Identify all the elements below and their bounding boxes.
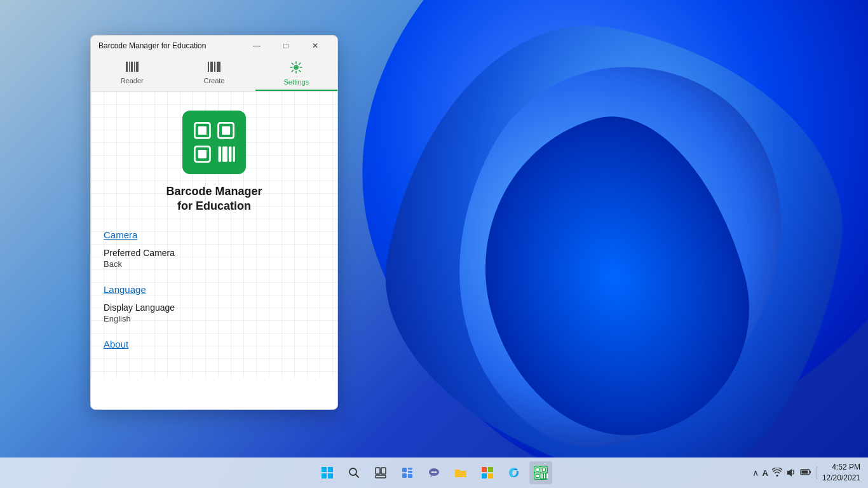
create-icon — [207, 61, 221, 76]
svg-rect-52 — [546, 473, 548, 478]
svg-point-37 — [433, 471, 435, 473]
svg-rect-54 — [801, 471, 808, 474]
settings-content: Barcode Manager for Education Camera Pre… — [91, 92, 337, 409]
svg-rect-30 — [402, 468, 407, 472]
svg-rect-14 — [222, 126, 230, 135]
battery-icon[interactable] — [800, 468, 811, 478]
title-bar: Barcode Manager for Education — □ ✕ — [91, 36, 337, 56]
svg-rect-55 — [810, 471, 811, 473]
svg-rect-42 — [488, 473, 493, 478]
svg-rect-43 — [534, 466, 548, 480]
svg-rect-22 — [328, 467, 333, 472]
tab-settings-label: Settings — [283, 78, 309, 86]
svg-rect-40 — [488, 467, 493, 472]
svg-rect-21 — [322, 467, 327, 472]
svg-rect-27 — [376, 468, 380, 474]
app-title: Barcode Manager for Education — [166, 184, 262, 214]
tab-bar: Reader Create Sett — [91, 56, 337, 92]
svg-rect-47 — [543, 468, 545, 471]
language-section: Language Display Language English — [104, 284, 325, 323]
svg-rect-51 — [544, 473, 545, 478]
svg-rect-6 — [210, 62, 213, 72]
wifi-icon[interactable] — [772, 468, 782, 478]
svg-rect-49 — [536, 475, 539, 477]
tab-create[interactable]: Create — [173, 56, 255, 91]
clock-time: 4:52 PM — [822, 462, 860, 473]
tab-reader-label: Reader — [121, 77, 144, 85]
svg-rect-45 — [536, 468, 539, 471]
taskbar: ∧ A — [0, 458, 868, 488]
svg-rect-31 — [408, 468, 412, 470]
svg-rect-23 — [322, 473, 327, 478]
svg-rect-8 — [217, 62, 220, 72]
edge-button[interactable] — [503, 461, 526, 484]
svg-rect-5 — [208, 62, 209, 72]
settings-inner: Barcode Manager for Education Camera Pre… — [91, 92, 337, 377]
camera-header[interactable]: Camera — [104, 229, 325, 240]
taskbar-center-icons — [316, 461, 552, 484]
close-button[interactable]: ✕ — [301, 36, 330, 56]
window-controls: — □ ✕ — [242, 36, 330, 56]
about-section: About — [104, 339, 325, 349]
svg-rect-4 — [136, 62, 139, 72]
svg-rect-12 — [198, 126, 207, 135]
svg-rect-50 — [541, 473, 543, 478]
start-button[interactable] — [316, 461, 339, 484]
reader-icon — [125, 61, 139, 76]
task-view-button[interactable] — [369, 461, 392, 484]
svg-rect-18 — [222, 147, 227, 162]
tray-divider — [817, 466, 817, 479]
svg-rect-34 — [408, 474, 412, 478]
svg-rect-0 — [126, 62, 128, 72]
app-logo-icon — [182, 111, 246, 174]
svg-rect-24 — [328, 473, 333, 478]
settings-icon — [290, 61, 302, 77]
svg-point-38 — [435, 471, 437, 473]
svg-rect-7 — [214, 62, 215, 72]
barcode-manager-taskbar-button[interactable] — [529, 461, 552, 484]
tab-reader[interactable]: Reader — [91, 56, 173, 91]
system-clock[interactable]: 4:52 PM 12/20/2021 — [822, 462, 860, 484]
tab-create-label: Create — [203, 77, 224, 85]
svg-rect-19 — [229, 147, 231, 162]
tab-settings[interactable]: Settings — [255, 56, 337, 91]
svg-rect-39 — [482, 467, 487, 472]
svg-rect-16 — [198, 150, 207, 158]
svg-rect-32 — [408, 471, 412, 473]
preferred-camera-value: Back — [104, 259, 325, 269]
camera-section: Camera Preferred Camera Back — [104, 229, 325, 269]
font-icon[interactable]: A — [763, 468, 768, 478]
svg-rect-33 — [402, 473, 407, 478]
svg-rect-2 — [131, 62, 133, 72]
display-language-label: Display Language — [104, 302, 325, 313]
display-language-value: English — [104, 314, 325, 323]
clock-date: 12/20/2021 — [822, 473, 860, 484]
svg-line-26 — [356, 475, 359, 478]
svg-point-10 — [295, 66, 297, 69]
language-header[interactable]: Language — [104, 284, 325, 295]
svg-rect-41 — [482, 473, 487, 478]
file-explorer-button[interactable] — [449, 461, 472, 484]
store-button[interactable] — [476, 461, 499, 484]
window-title: Barcode Manager for Education — [98, 41, 242, 50]
app-window: Barcode Manager for Education — □ ✕ Read… — [90, 35, 338, 410]
maximize-button[interactable]: □ — [271, 36, 301, 56]
chat-button[interactable] — [423, 461, 445, 484]
svg-rect-20 — [233, 147, 235, 162]
taskbar-right: ∧ A — [752, 462, 860, 484]
volume-icon[interactable] — [786, 468, 796, 478]
svg-point-36 — [431, 471, 433, 473]
svg-rect-1 — [129, 62, 130, 72]
svg-rect-28 — [381, 468, 386, 474]
svg-rect-17 — [219, 147, 221, 162]
about-header[interactable]: About — [104, 339, 325, 349]
preferred-camera-label: Preferred Camera — [104, 248, 325, 258]
system-tray: ∧ A — [752, 468, 811, 478]
svg-rect-29 — [376, 475, 386, 478]
search-button[interactable] — [342, 461, 365, 484]
widgets-button[interactable] — [396, 461, 419, 484]
app-logo-area: Barcode Manager for Education — [104, 104, 325, 214]
svg-rect-3 — [134, 62, 135, 72]
minimize-button[interactable]: — — [242, 36, 271, 56]
show-hidden-icons[interactable]: ∧ — [752, 468, 759, 478]
